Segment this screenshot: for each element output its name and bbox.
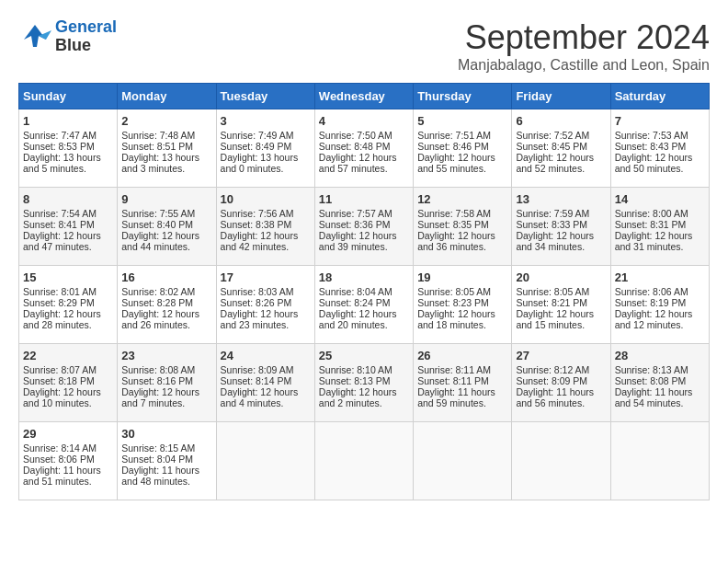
sunrise-text: Sunrise: 8:03 AM xyxy=(221,286,294,297)
daylight-text: Daylight: 12 hours and 42 minutes. xyxy=(221,230,299,252)
sunrise-text: Sunrise: 7:51 AM xyxy=(417,130,491,141)
daylight-text: Daylight: 11 hours and 54 minutes. xyxy=(615,386,693,408)
sunrise-text: Sunrise: 8:00 AM xyxy=(615,208,688,219)
sunrise-text: Sunrise: 8:10 AM xyxy=(319,364,392,375)
calendar-cell xyxy=(314,422,413,500)
calendar-cell: 20Sunrise: 8:05 AMSunset: 8:21 PMDayligh… xyxy=(512,266,610,344)
calendar-cell: 5Sunrise: 7:51 AMSunset: 8:46 PMDaylight… xyxy=(414,109,512,188)
calendar-cell: 22Sunrise: 8:07 AMSunset: 8:18 PMDayligh… xyxy=(19,344,118,422)
sunrise-text: Sunrise: 8:02 AM xyxy=(121,286,195,297)
day-number: 24 xyxy=(221,349,311,362)
sunrise-text: Sunrise: 7:54 AM xyxy=(23,208,97,219)
sunset-text: Sunset: 8:29 PM xyxy=(23,297,95,308)
sunset-text: Sunset: 8:28 PM xyxy=(121,297,193,308)
sunset-text: Sunset: 8:04 PM xyxy=(121,454,193,465)
calendar-cell: 2Sunrise: 7:48 AMSunset: 8:51 PMDaylight… xyxy=(118,109,216,188)
sunrise-text: Sunrise: 8:09 AM xyxy=(221,364,294,375)
sunset-text: Sunset: 8:43 PM xyxy=(615,141,687,152)
daylight-text: Daylight: 12 hours and 28 minutes. xyxy=(23,308,101,330)
day-number: 16 xyxy=(121,270,211,284)
day-number: 8 xyxy=(23,192,113,206)
calendar-cell: 26Sunrise: 8:11 AMSunset: 8:11 PMDayligh… xyxy=(414,344,512,422)
sunrise-text: Sunrise: 8:06 AM xyxy=(615,286,688,297)
calendar-cell: 8Sunrise: 7:54 AMSunset: 8:41 PMDaylight… xyxy=(19,188,118,266)
day-number: 15 xyxy=(23,270,113,284)
calendar-cell xyxy=(512,422,610,500)
calendar-header-row: SundayMondayTuesdayWednesdayThursdayFrid… xyxy=(19,84,710,109)
day-number: 14 xyxy=(615,192,705,206)
sunset-text: Sunset: 8:53 PM xyxy=(23,141,95,152)
column-header-wednesday: Wednesday xyxy=(314,84,413,109)
sunrise-text: Sunrise: 7:49 AM xyxy=(221,130,294,141)
calendar-cell xyxy=(610,422,709,500)
sunrise-text: Sunrise: 8:11 AM xyxy=(417,364,491,375)
column-header-monday: Monday xyxy=(118,84,216,109)
column-header-saturday: Saturday xyxy=(610,84,709,109)
day-number: 4 xyxy=(319,114,409,128)
sunrise-text: Sunrise: 7:55 AM xyxy=(121,208,195,219)
day-number: 26 xyxy=(417,349,507,362)
daylight-text: Daylight: 12 hours and 12 minutes. xyxy=(615,308,693,330)
day-number: 7 xyxy=(615,114,705,128)
sunset-text: Sunset: 8:09 PM xyxy=(516,375,587,386)
sunrise-text: Sunrise: 8:07 AM xyxy=(23,364,97,375)
calendar-cell: 1Sunrise: 7:47 AMSunset: 8:53 PMDaylight… xyxy=(19,109,118,188)
daylight-text: Daylight: 13 hours and 3 minutes. xyxy=(121,152,199,174)
daylight-text: Daylight: 13 hours and 5 minutes. xyxy=(23,152,101,174)
calendar-cell: 30Sunrise: 8:15 AMSunset: 8:04 PMDayligh… xyxy=(118,422,216,500)
calendar-cell: 19Sunrise: 8:05 AMSunset: 8:23 PMDayligh… xyxy=(414,266,512,344)
calendar-cell: 21Sunrise: 8:06 AMSunset: 8:19 PMDayligh… xyxy=(610,266,709,344)
calendar-cell: 24Sunrise: 8:09 AMSunset: 8:14 PMDayligh… xyxy=(216,344,314,422)
day-number: 30 xyxy=(121,427,211,441)
location-subtitle: Manjabalago, Castille and Leon, Spain xyxy=(458,57,710,74)
calendar-cell: 23Sunrise: 8:08 AMSunset: 8:16 PMDayligh… xyxy=(118,344,216,422)
daylight-text: Daylight: 12 hours and 31 minutes. xyxy=(615,230,693,252)
daylight-text: Daylight: 11 hours and 48 minutes. xyxy=(121,465,199,487)
calendar-cell xyxy=(216,422,314,500)
sunset-text: Sunset: 8:06 PM xyxy=(23,454,95,465)
day-number: 1 xyxy=(23,114,113,128)
daylight-text: Daylight: 13 hours and 0 minutes. xyxy=(221,152,299,174)
sunrise-text: Sunrise: 8:15 AM xyxy=(121,442,195,454)
sunrise-text: Sunrise: 8:12 AM xyxy=(516,364,589,375)
day-number: 18 xyxy=(319,270,409,284)
sunrise-text: Sunrise: 7:59 AM xyxy=(516,208,589,219)
sunrise-text: Sunrise: 7:58 AM xyxy=(417,208,491,219)
daylight-text: Daylight: 12 hours and 26 minutes. xyxy=(121,308,199,330)
sunset-text: Sunset: 8:33 PM xyxy=(516,219,587,230)
day-number: 28 xyxy=(615,349,705,362)
sunrise-text: Sunrise: 8:01 AM xyxy=(23,286,97,297)
sunrise-text: Sunrise: 7:47 AM xyxy=(23,130,97,141)
daylight-text: Daylight: 12 hours and 55 minutes. xyxy=(417,152,495,174)
day-number: 22 xyxy=(23,349,113,362)
column-header-friday: Friday xyxy=(512,84,610,109)
calendar-week-row: 8Sunrise: 7:54 AMSunset: 8:41 PMDaylight… xyxy=(19,188,710,266)
daylight-text: Daylight: 12 hours and 2 minutes. xyxy=(319,386,397,408)
sunrise-text: Sunrise: 8:05 AM xyxy=(417,286,491,297)
sunrise-text: Sunrise: 8:14 AM xyxy=(23,442,97,454)
day-number: 21 xyxy=(615,270,705,284)
sunset-text: Sunset: 8:21 PM xyxy=(516,297,587,308)
calendar-cell: 13Sunrise: 7:59 AMSunset: 8:33 PMDayligh… xyxy=(512,188,610,266)
daylight-text: Daylight: 12 hours and 44 minutes. xyxy=(121,230,199,252)
calendar-cell: 3Sunrise: 7:49 AMSunset: 8:49 PMDaylight… xyxy=(216,109,314,188)
calendar-week-row: 1Sunrise: 7:47 AMSunset: 8:53 PMDaylight… xyxy=(19,109,710,188)
sunset-text: Sunset: 8:14 PM xyxy=(221,375,292,386)
sunset-text: Sunset: 8:23 PM xyxy=(417,297,489,308)
calendar-week-row: 15Sunrise: 8:01 AMSunset: 8:29 PMDayligh… xyxy=(19,266,710,344)
logo-text: GeneralBlue xyxy=(55,18,117,55)
daylight-text: Daylight: 11 hours and 59 minutes. xyxy=(417,386,495,408)
title-block: September 2024 Manjabalago, Castille and… xyxy=(458,18,710,74)
calendar-week-row: 29Sunrise: 8:14 AMSunset: 8:06 PMDayligh… xyxy=(19,422,710,500)
day-number: 23 xyxy=(121,349,211,362)
calendar-cell: 29Sunrise: 8:14 AMSunset: 8:06 PMDayligh… xyxy=(19,422,118,500)
day-number: 19 xyxy=(417,270,507,284)
day-number: 29 xyxy=(23,427,113,441)
sunset-text: Sunset: 8:13 PM xyxy=(319,375,391,386)
sunset-text: Sunset: 8:46 PM xyxy=(417,141,489,152)
column-header-thursday: Thursday xyxy=(414,84,512,109)
daylight-text: Daylight: 12 hours and 10 minutes. xyxy=(23,386,101,408)
calendar-cell: 10Sunrise: 7:56 AMSunset: 8:38 PMDayligh… xyxy=(216,188,314,266)
daylight-text: Daylight: 12 hours and 7 minutes. xyxy=(121,386,199,408)
day-number: 11 xyxy=(319,192,409,206)
